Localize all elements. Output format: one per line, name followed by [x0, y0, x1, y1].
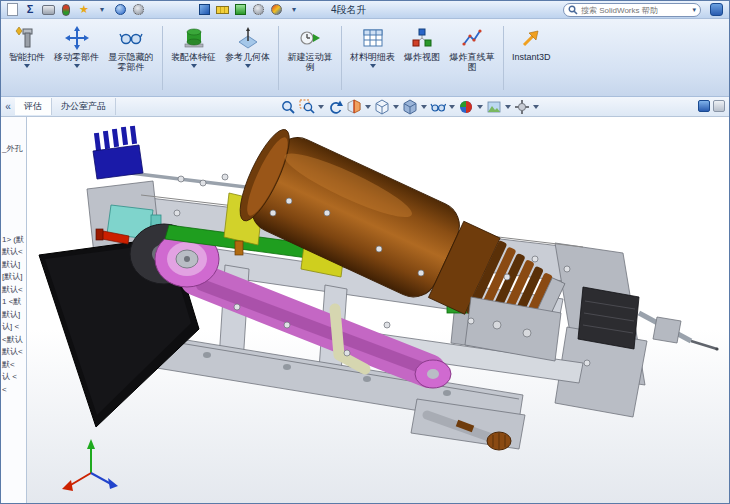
ribbon-toolbar: 智能扣件 移动零部件 显示隐藏的零部件 装配体特征 参考几何体 新建运动算例 [1, 19, 729, 97]
feature-tree-item[interactable]: 默认] [1, 259, 26, 272]
blue-comb-bracket[interactable] [93, 126, 143, 179]
document-title: 4段名升 [331, 3, 367, 17]
menubar: Σ ★ ▾ ▾ 4段名升 ▾ [1, 1, 729, 19]
ribbon-button-label: 移动零部件 [54, 52, 99, 62]
chart-tool-icon[interactable] [232, 3, 248, 17]
instant3d-icon [519, 26, 543, 50]
dropdown-arrow-icon[interactable] [365, 105, 371, 109]
apply-scene-icon[interactable] [485, 98, 503, 116]
hide-show-items-icon[interactable] [429, 98, 447, 116]
sphere-icon[interactable] [112, 3, 128, 17]
ribbon-button-label: 材料明细表 [350, 52, 395, 62]
ribbon-button-label: 爆炸视图 [404, 52, 440, 62]
options-gear-icon[interactable] [130, 3, 146, 17]
ribbon-button-exploded-view[interactable]: 爆炸视图 [400, 22, 444, 94]
zoom-to-area-icon[interactable] [298, 98, 316, 116]
ribbon-button-explode-line-sketch[interactable]: 爆炸直线草图 [445, 22, 499, 94]
feature-tree-item[interactable]: 认] < [1, 321, 26, 334]
dropdown-arrow-icon[interactable] [318, 105, 324, 109]
move-component-icon [65, 26, 89, 50]
ribbon-button-label: 智能扣件 [9, 52, 45, 62]
exploded-view-icon [410, 26, 434, 50]
feature-tree-item[interactable]: <默认 [1, 334, 26, 347]
assembly-model[interactable] [27, 117, 729, 503]
expand-viewport-icon[interactable] [698, 100, 710, 112]
search-input[interactable] [581, 6, 689, 15]
tools-dropdown-icon[interactable]: ▾ [286, 3, 302, 17]
feature-tree-item[interactable]: < [1, 384, 26, 397]
dropdown-arrow-icon [245, 64, 251, 68]
feature-tree-item[interactable]: 1> (默 [1, 234, 26, 247]
feature-tree-item[interactable]: 认 < [1, 371, 26, 384]
heads-up-view-toolbar [279, 98, 540, 116]
feature-manager-tree[interactable]: _外孔 1> (默 默认< 默认] [默认] 默认< 1 <默 默认] 认] <… [1, 117, 27, 503]
ribbon-button-smart-fasteners[interactable]: 智能扣件 [5, 22, 49, 94]
tab-strip: « 评估 办公室产品 [1, 97, 729, 117]
edit-appearance-icon[interactable] [457, 98, 475, 116]
ribbon-separator [341, 26, 342, 90]
new-motion-study-icon [298, 26, 322, 50]
explode-line-sketch-icon [460, 26, 484, 50]
workspace: _外孔 1> (默 默认< 默认] [默认] 默认< 1 <默 默认] 认] <… [1, 117, 729, 503]
ribbon-button-show-hidden-components[interactable]: 显示隐藏的零部件 [104, 22, 158, 94]
ribbon-button-label: 装配体特征 [171, 52, 216, 62]
feature-tree-item[interactable]: 默认< [1, 346, 26, 359]
dropdown-arrow-icon[interactable] [533, 105, 539, 109]
favorites-icon[interactable]: ★ [76, 3, 92, 17]
dropdown-arrow-icon[interactable] [449, 105, 455, 109]
dropdown-arrow-icon [24, 64, 30, 68]
ribbon-button-label: Instant3D [512, 52, 551, 62]
solidworks-window: Σ ★ ▾ ▾ 4段名升 ▾ 智能扣件 移动零部件 [0, 0, 730, 504]
feature-tree-item[interactable]: 默认< [1, 246, 26, 259]
feature-tree-item[interactable]: 默认] [1, 309, 26, 322]
ribbon-button-reference-geometry[interactable]: 参考几何体 [221, 22, 274, 94]
dropdown-arrow-icon[interactable] [421, 105, 427, 109]
right-motor[interactable] [578, 287, 719, 351]
collapse-panel-button[interactable]: « [1, 101, 15, 112]
reference-geometry-icon [236, 26, 260, 50]
graphics-viewport[interactable] [27, 117, 729, 503]
menubar-dropdown-icon[interactable]: ▾ [94, 3, 110, 17]
window-corner-icon[interactable] [710, 3, 723, 16]
feature-tree-item[interactable]: 默认< [1, 284, 26, 297]
display-style-icon[interactable] [401, 98, 419, 116]
gear-tool-icon[interactable] [250, 3, 266, 17]
ribbon-button-instant3d[interactable]: Instant3D [508, 22, 555, 94]
previous-view-icon[interactable] [326, 98, 344, 116]
section-view-icon[interactable] [345, 98, 363, 116]
feature-tree-item[interactable]: _外孔 [1, 143, 26, 156]
tab-office-products[interactable]: 办公室产品 [52, 98, 116, 115]
dropdown-arrow-icon[interactable] [505, 105, 511, 109]
fullscreen-icon[interactable] [713, 100, 725, 112]
view-orientation-icon[interactable] [373, 98, 391, 116]
ribbon-button-label: 新建运动算例 [287, 52, 333, 72]
search-icon [568, 5, 578, 15]
ribbon-button-bill-of-materials[interactable]: 材料明细表 [346, 22, 399, 94]
sigma-icon[interactable]: Σ [22, 3, 38, 17]
dropdown-arrow-icon[interactable] [393, 105, 399, 109]
show-hidden-components-icon [119, 26, 143, 50]
measure-tool-icon[interactable] [214, 3, 230, 17]
ribbon-button-move-component[interactable]: 移动零部件 [50, 22, 103, 94]
feature-tree-item[interactable]: 默< [1, 359, 26, 372]
ribbon-separator [503, 26, 504, 90]
feature-tree-item[interactable]: [默认] [1, 271, 26, 284]
ribbon-button-label: 参考几何体 [225, 52, 270, 62]
print-icon[interactable] [40, 3, 56, 17]
new-document-icon[interactable] [4, 3, 20, 17]
palette-tool-icon[interactable] [268, 3, 284, 17]
feature-tree-item[interactable]: 1 <默 [1, 296, 26, 309]
ribbon-separator [162, 26, 163, 90]
dropdown-arrow-icon[interactable] [477, 105, 483, 109]
rebuild-icon[interactable] [58, 3, 74, 17]
orange-knob[interactable] [235, 241, 243, 255]
tab-evaluate[interactable]: 评估 [15, 98, 52, 115]
view-settings-icon[interactable] [513, 98, 531, 116]
zoom-to-fit-icon[interactable] [279, 98, 297, 116]
ribbon-button-new-motion-study[interactable]: 新建运动算例 [283, 22, 337, 94]
search-box[interactable]: ▾ [563, 3, 701, 17]
search-dropdown-icon[interactable]: ▾ [692, 6, 696, 14]
ribbon-button-label: 爆炸直线草图 [449, 52, 495, 72]
cube-tool-icon[interactable] [196, 3, 212, 17]
ribbon-button-assembly-features[interactable]: 装配体特征 [167, 22, 220, 94]
